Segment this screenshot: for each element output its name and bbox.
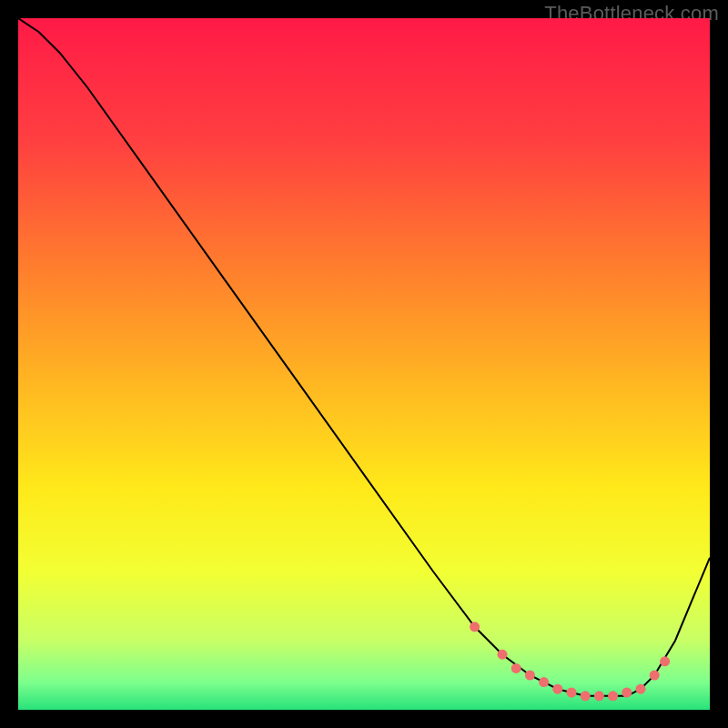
marker-dot [470, 622, 480, 632]
chart-stage: TheBottleneck.com [0, 0, 728, 728]
marker-dot [660, 656, 670, 666]
marker-dot [594, 691, 604, 701]
marker-dot [581, 691, 591, 701]
marker-dot [511, 663, 521, 673]
gradient-background [18, 18, 710, 710]
marker-dot [636, 684, 646, 694]
marker-dot [608, 691, 618, 701]
marker-dot [539, 677, 549, 687]
marker-dot [525, 671, 535, 681]
marker-dot [498, 650, 508, 660]
plot-svg [18, 18, 710, 710]
marker-dot [567, 688, 577, 698]
marker-dot [650, 671, 660, 681]
marker-dot [622, 688, 632, 698]
marker-dot [552, 684, 562, 694]
